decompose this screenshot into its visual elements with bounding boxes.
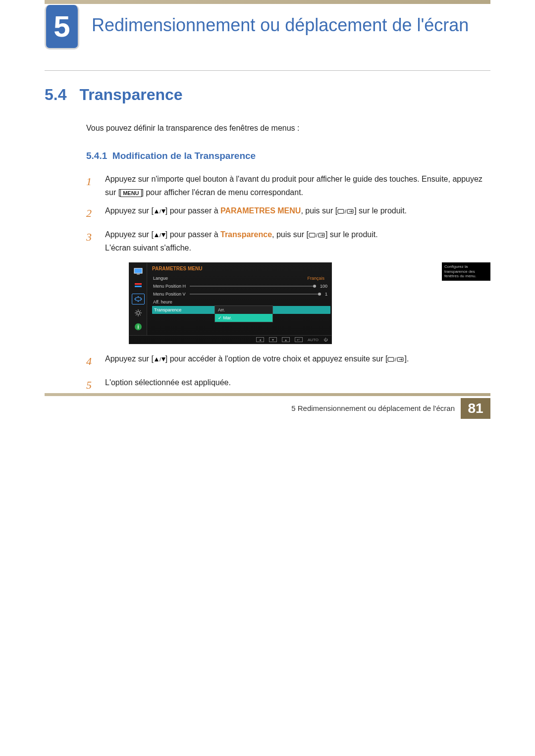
- chapter-title: Redimensionnement ou déplacement de l'éc…: [92, 14, 469, 36]
- step-2: 2 Appuyez sur [/] pour passer à PARAMETR…: [86, 204, 490, 222]
- svg-line-26: [136, 310, 137, 311]
- osd-panel-title: PARAMETRES MENU: [152, 266, 330, 271]
- up-down-arrows-icon: /: [154, 232, 165, 238]
- power-icon: ⏻: [323, 338, 327, 342]
- osd-bottom-bar: ◂ ▾ ▴ ↵ AUTO ⏻: [129, 335, 331, 344]
- osd-slider: [190, 294, 321, 295]
- page-number-badge: 81: [461, 398, 490, 419]
- svg-text:/: /: [316, 233, 318, 238]
- select-buttons-icon: /: [309, 232, 325, 238]
- osd-row-pos-v: Menu Position V 1: [152, 290, 330, 298]
- up-key-icon: ▴: [282, 337, 290, 342]
- svg-rect-12: [134, 268, 142, 273]
- osd-row-pos-h: Menu Position H 100: [152, 282, 330, 290]
- svg-text:/: /: [345, 209, 346, 214]
- size-position-icon: [132, 294, 145, 304]
- header-divider: [45, 70, 490, 71]
- osd-icon-sidebar: i: [129, 263, 147, 335]
- settings-gear-icon: [132, 307, 145, 318]
- select-buttons-icon: /: [387, 356, 404, 362]
- osd-label: Menu Position V: [153, 292, 186, 297]
- osd-label: Transparence: [154, 307, 181, 312]
- svg-marker-18: [137, 301, 139, 302]
- subsection-title: Modification de la Transparence: [112, 151, 256, 161]
- svg-rect-9: [309, 233, 315, 237]
- osd-main-panel: PARAMETRES MENU Langue Français Menu Pos…: [147, 263, 331, 335]
- step-5: 5 L'option sélectionnée est appliquée.: [86, 376, 490, 394]
- svg-rect-3: [338, 209, 344, 213]
- svg-text:i: i: [137, 324, 139, 330]
- color-icon: [132, 280, 145, 291]
- svg-line-28: [140, 310, 141, 311]
- step-text: ] pour passer à: [165, 206, 220, 215]
- up-down-arrows-icon: /: [154, 208, 165, 214]
- osd-dropdown: Arr. Mar.: [214, 305, 273, 322]
- step-text: L'écran suivant s'affiche.: [105, 244, 191, 252]
- section-header: 5.4 Transparence: [45, 86, 490, 104]
- enter-key-icon: ↵: [295, 337, 303, 342]
- svg-rect-16: [136, 298, 141, 301]
- step-number: 2: [86, 204, 96, 222]
- svg-rect-14: [135, 283, 142, 285]
- svg-text:/: /: [160, 233, 161, 238]
- svg-marker-17: [137, 296, 139, 297]
- step-text: L'option sélectionnée est appliquée.: [105, 376, 231, 389]
- step-4: 4 Appuyez sur [/] pour accéder à l'optio…: [86, 352, 490, 370]
- svg-marker-0: [155, 209, 159, 213]
- osd-value: 100: [320, 284, 327, 289]
- subsection-number: 5.4.1: [86, 151, 107, 161]
- svg-rect-35: [388, 357, 394, 361]
- chapter-number-badge: 5: [45, 5, 79, 50]
- svg-rect-13: [137, 274, 140, 275]
- osd-label: Aff. heure: [153, 300, 172, 304]
- step-number: 3: [86, 228, 96, 246]
- section-intro: Vous pouvez définir la transparence des …: [86, 124, 490, 133]
- step-text: Appuyez sur [: [105, 206, 154, 215]
- page-footer: 5 Redimensionnement ou déplacement de l'…: [45, 398, 490, 419]
- step-text: ] pour afficher l'écran de menu correspo…: [142, 188, 304, 197]
- svg-marker-2: [161, 209, 165, 213]
- osd-label: Menu Position H: [153, 284, 186, 289]
- step-text: , puis sur [: [301, 206, 337, 215]
- step-1: 1 Appuyez sur n'importe quel bouton à l'…: [86, 172, 490, 199]
- svg-marker-6: [155, 233, 159, 237]
- subsection-header: 5.4.1 Modification de la Transparence: [86, 151, 490, 161]
- svg-rect-15: [135, 286, 142, 287]
- osd-option-off: Arr.: [215, 306, 272, 314]
- osd-help-tooltip: Configurez la transparence des fenêtres …: [442, 262, 490, 281]
- step-text: Appuyez sur [: [105, 230, 154, 239]
- step-number: 4: [86, 352, 96, 370]
- svg-marker-34: [161, 357, 165, 361]
- step-text: ] pour passer à: [165, 230, 220, 239]
- picture-icon: [132, 266, 145, 277]
- info-icon: i: [132, 321, 145, 332]
- down-key-icon: ▾: [269, 337, 277, 342]
- auto-label: AUTO: [308, 338, 319, 342]
- svg-text:/: /: [160, 357, 161, 362]
- section-number: 5.4: [45, 86, 66, 104]
- svg-line-27: [140, 314, 141, 315]
- svg-marker-19: [134, 298, 135, 300]
- highlight-text: PARAMETRES MENU: [220, 206, 301, 215]
- osd-label: Langue: [153, 276, 168, 281]
- svg-marker-32: [155, 357, 159, 361]
- step-text: ] sur le produit.: [325, 230, 378, 239]
- osd-slider: [190, 286, 316, 287]
- svg-text:/: /: [160, 209, 161, 214]
- highlight-text: Transparence: [220, 230, 272, 239]
- step-text: ] pour accéder à l'option de votre choix…: [165, 354, 388, 363]
- svg-point-21: [137, 311, 140, 314]
- left-key-icon: ◂: [256, 337, 264, 342]
- osd-value: Français: [283, 276, 327, 281]
- section-title: Transparence: [79, 86, 182, 104]
- steps-list-continued: 4 Appuyez sur [/] pour accéder à l'optio…: [86, 352, 490, 394]
- select-buttons-icon: /: [337, 208, 354, 214]
- step-number: 1: [86, 172, 96, 191]
- page-content: 5 Redimensionnement ou déplacement de l'…: [0, 0, 535, 439]
- step-text: , puis sur [: [272, 230, 309, 239]
- step-text: ].: [404, 354, 409, 363]
- footer-chapter-ref: 5 Redimensionnement ou déplacement de l'…: [291, 404, 455, 412]
- svg-text:/: /: [395, 357, 396, 362]
- steps-list: 1 Appuyez sur n'importe quel bouton à l'…: [86, 172, 490, 254]
- osd-option-on-selected: Mar.: [215, 314, 272, 322]
